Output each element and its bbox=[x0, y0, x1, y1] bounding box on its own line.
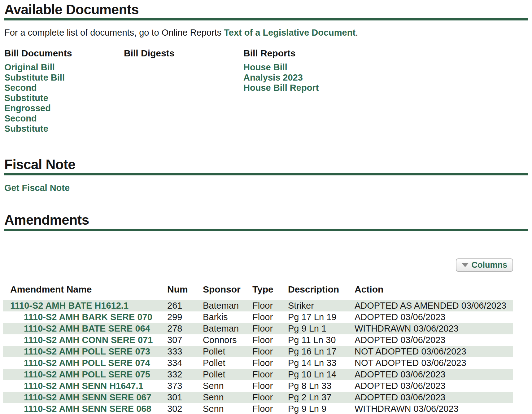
action-cell: NOT ADOPTED 03/06/2023 bbox=[355, 357, 513, 369]
column-header-action: Action bbox=[355, 284, 513, 300]
text-of-legislative-document-link[interactable]: Text of a Legislative Document bbox=[224, 28, 355, 37]
action-cell: WITHDRAWN 03/06/2023 bbox=[355, 403, 513, 414]
description-cell: Pg 2 Ln 37 bbox=[288, 392, 355, 403]
description-cell: Pg 17 Ln 19 bbox=[288, 311, 355, 323]
num-cell: 302 bbox=[167, 403, 203, 414]
sponsor-cell: Senn bbox=[203, 380, 252, 392]
num-cell: 333 bbox=[167, 346, 203, 357]
num-cell: 332 bbox=[167, 369, 203, 380]
description-cell: Pg 11 Ln 30 bbox=[288, 334, 355, 346]
type-cell: Floor bbox=[252, 300, 288, 311]
description-cell: Striker bbox=[288, 300, 355, 311]
type-cell: Floor bbox=[252, 323, 288, 334]
amendment-name-cell: 1110-S2 AMH BATE SERE 064 bbox=[3, 323, 167, 334]
amendment-name-link[interactable]: 1110-S2 AMH POLL SERE 073 bbox=[24, 346, 150, 356]
table-row: 1110-S2 AMH BARK SERE 070299BarkisFloorP… bbox=[3, 311, 513, 323]
bill-summary-page: Available Documents For a complete list … bbox=[0, 2, 532, 414]
description-cell: Pg 9 Ln 1 bbox=[288, 323, 355, 334]
action-cell: ADOPTED AS AMENDED 03/06/2023 bbox=[355, 300, 513, 311]
sponsor-cell: Pollet bbox=[203, 346, 252, 357]
documents-intro-text: For a complete list of documents, go to … bbox=[4, 27, 528, 38]
columns-button[interactable]: Columns bbox=[456, 258, 513, 272]
amendment-name-link[interactable]: 1110-S2 AMH POLL SERE 074 bbox=[24, 358, 150, 368]
document-link[interactable]: Substitute Bill bbox=[4, 73, 82, 83]
amendment-name-link[interactable]: 1110-S2 AMH BATE H1612.1 bbox=[10, 301, 129, 310]
num-cell: 299 bbox=[167, 311, 203, 323]
amendment-name-cell: 1110-S2 AMH CONN SERE 071 bbox=[3, 334, 167, 346]
sponsor-cell: Pollet bbox=[203, 369, 252, 380]
document-link[interactable]: Second Substitute bbox=[4, 83, 82, 103]
column-header-sponsor: Sponsor bbox=[203, 284, 252, 300]
document-column-heading: Bill Reports bbox=[243, 48, 528, 59]
document-link[interactable]: House Bill Report bbox=[243, 83, 321, 93]
amendment-name-link[interactable]: 1110-S2 AMH POLL SERE 075 bbox=[24, 369, 150, 379]
num-cell: 261 bbox=[167, 300, 203, 311]
type-cell: Floor bbox=[252, 357, 288, 369]
action-cell: WITHDRAWN 03/06/2023 bbox=[355, 323, 513, 334]
num-cell: 278 bbox=[167, 323, 203, 334]
amendments-toolbar: Columns bbox=[3, 258, 513, 272]
document-column: Bill DocumentsOriginal BillSubstitute Bi… bbox=[4, 48, 124, 134]
amendment-name-link[interactable]: 1110-S2 AMH CONN SERE 071 bbox=[24, 335, 153, 345]
table-row: 1110-S2 AMH BATE H1612.1261BatemanFloorS… bbox=[3, 300, 513, 311]
intro-suffix: . bbox=[355, 28, 358, 37]
fiscal-note-section: Fiscal Note Get Fiscal Note bbox=[4, 157, 528, 193]
table-row: 1110-S2 AMH SENN H1647.1373SennFloorPg 8… bbox=[3, 380, 513, 392]
description-cell: Pg 9 Ln 9 bbox=[288, 403, 355, 414]
num-cell: 307 bbox=[167, 334, 203, 346]
document-link[interactable]: House Bill Analysis 2023 bbox=[243, 62, 321, 83]
action-cell: ADOPTED 03/06/2023 bbox=[355, 334, 513, 346]
amendment-name-cell: 1110-S2 AMH BARK SERE 070 bbox=[3, 311, 167, 323]
available-documents-section: Available Documents For a complete list … bbox=[4, 2, 528, 134]
amendment-name-cell: 1110-S2 AMH SENN H1647.1 bbox=[3, 380, 167, 392]
table-row: 1110-S2 AMH POLL SERE 074334PolletFloorP… bbox=[3, 357, 513, 369]
table-row: 1110-S2 AMH POLL SERE 073333PolletFloorP… bbox=[3, 346, 513, 357]
amendment-name-link[interactable]: 1110-S2 AMH BATE SERE 064 bbox=[24, 324, 150, 333]
amendment-name-cell: 1110-S2 AMH POLL SERE 075 bbox=[3, 369, 167, 380]
table-row: 1110-S2 AMH SENN SERE 068302SennFloorPg … bbox=[3, 403, 513, 414]
type-cell: Floor bbox=[252, 346, 288, 357]
action-cell: ADOPTED 03/06/2023 bbox=[355, 392, 513, 403]
amendment-name-cell: 1110-S2 AMH POLL SERE 074 bbox=[3, 357, 167, 369]
column-header-type: Type bbox=[252, 284, 288, 300]
document-column-heading: Bill Documents bbox=[4, 48, 124, 59]
action-cell: NOT ADOPTED 03/06/2023 bbox=[355, 346, 513, 357]
document-link[interactable]: Engrossed Second Substitute bbox=[4, 103, 82, 134]
sponsor-cell: Bateman bbox=[203, 300, 252, 311]
document-link-list: Original BillSubstitute BillSecond Subst… bbox=[4, 62, 124, 134]
sponsor-cell: Senn bbox=[203, 403, 252, 414]
amendment-name-cell: 1110-S2 AMH POLL SERE 073 bbox=[3, 346, 167, 357]
action-cell: ADOPTED 03/06/2023 bbox=[355, 369, 513, 380]
num-cell: 334 bbox=[167, 357, 203, 369]
type-cell: Floor bbox=[252, 311, 288, 323]
document-column: Bill ReportsHouse Bill Analysis 2023Hous… bbox=[243, 48, 528, 134]
sponsor-cell: Barkis bbox=[203, 311, 252, 323]
get-fiscal-note-link[interactable]: Get Fiscal Note bbox=[4, 183, 70, 193]
amendments-section: Amendments Columns Amendment NameNumSpon… bbox=[4, 212, 528, 414]
type-cell: Floor bbox=[252, 334, 288, 346]
amendment-name-cell: 1110-S2 AMH BATE H1612.1 bbox=[3, 300, 167, 311]
columns-button-label: Columns bbox=[471, 260, 507, 270]
action-cell: ADOPTED 03/06/2023 bbox=[355, 311, 513, 323]
amendment-name-link[interactable]: 1110-S2 AMH BARK SERE 070 bbox=[24, 312, 152, 322]
document-link-list: House Bill Analysis 2023House Bill Repor… bbox=[243, 62, 528, 93]
column-header-num: Num bbox=[167, 284, 203, 300]
description-cell: Pg 10 Ln 14 bbox=[288, 369, 355, 380]
document-column-heading: Bill Digests bbox=[124, 48, 243, 59]
document-link[interactable]: Original Bill bbox=[4, 62, 82, 73]
amendments-table: Amendment NameNumSponsorTypeDescriptionA… bbox=[3, 284, 513, 414]
sponsor-cell: Bateman bbox=[203, 323, 252, 334]
description-cell: Pg 14 Ln 33 bbox=[288, 357, 355, 369]
document-columns: Bill DocumentsOriginal BillSubstitute Bi… bbox=[4, 48, 528, 134]
amendment-name-link[interactable]: 1110-S2 AMH SENN SERE 068 bbox=[24, 404, 151, 414]
sponsor-cell: Pollet bbox=[203, 357, 252, 369]
triangle-down-icon bbox=[462, 263, 469, 267]
table-row: 1110-S2 AMH CONN SERE 071307ConnorsFloor… bbox=[3, 334, 513, 346]
amendments-panel: Columns Amendment NameNumSponsorTypeDesc… bbox=[3, 258, 513, 414]
amendment-name-link[interactable]: 1110-S2 AMH SENN H1647.1 bbox=[24, 381, 143, 391]
column-header-amendment-name: Amendment Name bbox=[3, 284, 167, 300]
table-row: 1110-S2 AMH BATE SERE 064278BatemanFloor… bbox=[3, 323, 513, 334]
num-cell: 301 bbox=[167, 392, 203, 403]
amendment-name-link[interactable]: 1110-S2 AMH SENN SERE 067 bbox=[24, 392, 151, 402]
sponsor-cell: Senn bbox=[203, 392, 252, 403]
